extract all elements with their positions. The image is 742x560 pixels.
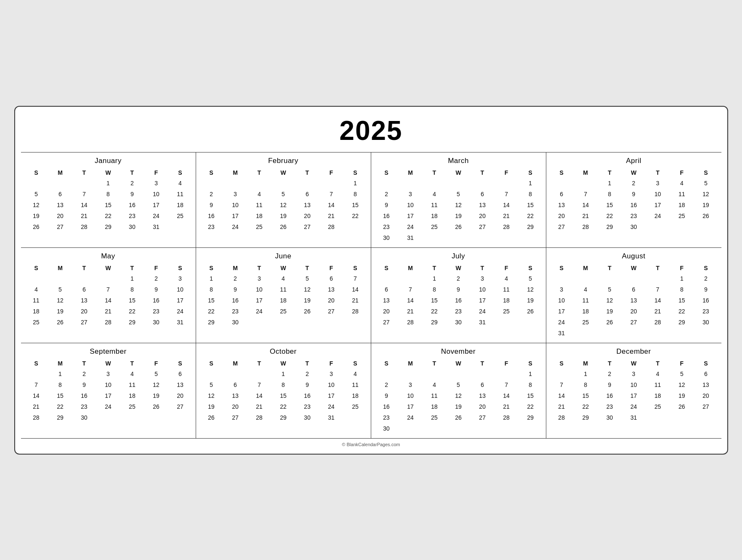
day-cell: 1: [199, 273, 223, 284]
week-row: 14151617181920: [550, 390, 718, 401]
day-cell: 14: [494, 200, 518, 210]
day-cell: [72, 178, 96, 189]
day-cell: 16: [295, 390, 319, 401]
week-row: 16171819202122: [199, 210, 367, 221]
day-cell: 21: [574, 210, 598, 221]
day-cell: 13: [621, 295, 645, 306]
day-cell: 22: [96, 210, 120, 221]
day-cell: 3: [399, 189, 422, 200]
day-cell: 6: [470, 189, 494, 200]
day-cell: 10: [144, 189, 168, 200]
day-cell: 15: [96, 200, 120, 210]
day-cell: 10: [247, 284, 271, 295]
day-cell: [646, 412, 670, 423]
day-header: F: [144, 358, 168, 368]
footer: © BlankCalendarPages.com: [21, 439, 721, 447]
day-cell: 3: [168, 273, 192, 284]
day-cell: 8: [48, 379, 72, 390]
day-cell: 5: [446, 379, 470, 390]
day-cell: 26: [446, 412, 470, 423]
day-cell: 5: [24, 189, 48, 200]
day-cell: 3: [247, 273, 271, 284]
month-table: SMTWTFS123456789101112131415161718192021…: [550, 263, 718, 339]
day-header: W: [271, 358, 295, 368]
week-row: 262728293031: [199, 412, 367, 423]
day-cell: 7: [646, 284, 670, 295]
day-cell: [295, 317, 319, 328]
day-cell: 28: [247, 412, 271, 423]
day-cell: 15: [120, 295, 144, 306]
day-cell: [422, 368, 446, 379]
month-block-january: JanuarySMTWTFS12345678910111213141516171…: [21, 152, 196, 248]
day-cell: 6: [319, 273, 343, 284]
day-cell: 10: [621, 379, 645, 390]
day-cell: 14: [399, 295, 422, 306]
day-cell: [670, 221, 694, 232]
day-cell: [494, 178, 518, 189]
day-cell: [72, 273, 96, 284]
day-cell: 13: [223, 390, 247, 401]
day-cell: 30: [72, 412, 96, 423]
day-cell: 20: [295, 210, 319, 221]
day-cell: 4: [422, 189, 446, 200]
day-cell: 18: [271, 295, 295, 306]
day-cell: 21: [319, 210, 343, 221]
day-cell: 5: [670, 368, 694, 379]
month-block-march: MarchSMTWTFS1234567891011121314151617181…: [371, 152, 546, 248]
month-block-november: NovemberSMTWTFS1234567891011121314151617…: [371, 343, 546, 439]
day-cell: 21: [247, 401, 271, 412]
day-cell: 5: [598, 284, 621, 295]
day-cell: 18: [422, 401, 446, 412]
day-header: T: [295, 168, 319, 178]
day-cell: 10: [168, 284, 192, 295]
month-name: November: [375, 346, 543, 358]
day-cell: 30: [295, 412, 319, 423]
day-cell: 25: [24, 317, 48, 328]
day-cell: 13: [550, 200, 574, 210]
day-cell: 24: [144, 210, 168, 221]
day-cell: 4: [271, 273, 295, 284]
day-cell: 29: [518, 412, 542, 423]
day-cell: 1: [120, 273, 144, 284]
day-header: T: [422, 168, 446, 178]
day-cell: [96, 273, 120, 284]
week-row: 18192021222324: [24, 306, 192, 317]
day-cell: 8: [199, 284, 223, 295]
week-row: 1234567: [199, 273, 367, 284]
day-cell: [550, 368, 574, 379]
day-cell: [574, 178, 598, 189]
day-cell: 17: [399, 210, 422, 221]
day-cell: 4: [120, 368, 144, 379]
day-cell: [271, 178, 295, 189]
week-row: 24252627282930: [550, 317, 718, 328]
day-cell: 16: [694, 295, 718, 306]
day-cell: 1: [343, 178, 367, 189]
week-row: 232425262728: [199, 221, 367, 232]
day-cell: 22: [574, 401, 598, 412]
day-cell: 13: [168, 379, 192, 390]
day-cell: 24: [646, 210, 670, 221]
day-cell: 6: [48, 189, 72, 200]
day-cell: 21: [343, 295, 367, 306]
day-header: S: [343, 168, 367, 178]
day-cell: 22: [48, 401, 72, 412]
day-cell: 23: [694, 306, 718, 317]
day-cell: 21: [646, 306, 670, 317]
week-row: 10111213141516: [550, 295, 718, 306]
day-cell: [271, 317, 295, 328]
day-cell: [446, 232, 470, 243]
day-cell: [375, 368, 399, 379]
day-header: W: [446, 168, 470, 178]
day-cell: 13: [72, 295, 96, 306]
day-cell: [670, 328, 694, 339]
day-cell: 23: [375, 221, 399, 232]
day-cell: 24: [319, 401, 343, 412]
day-header: F: [144, 168, 168, 178]
day-cell: [422, 423, 446, 434]
day-cell: 26: [446, 221, 470, 232]
week-row: 19202122232425: [199, 401, 367, 412]
day-cell: 2: [694, 273, 718, 284]
day-cell: 14: [24, 390, 48, 401]
day-cell: [120, 412, 144, 423]
day-cell: 25: [494, 306, 518, 317]
